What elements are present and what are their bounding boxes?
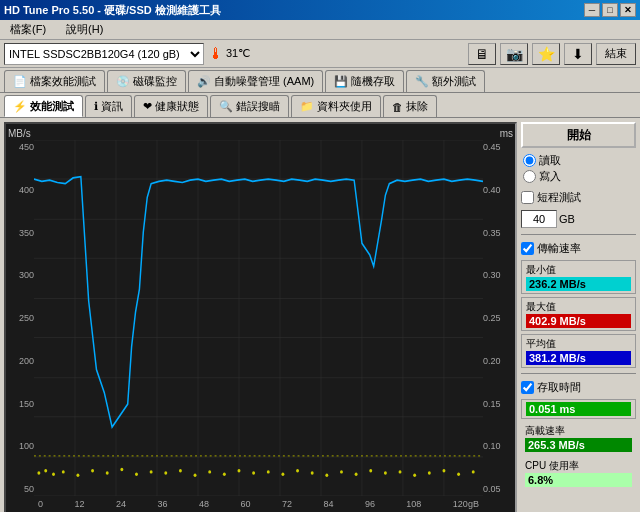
svg-point-37: [267, 470, 270, 473]
restore-btn[interactable]: □: [602, 3, 618, 17]
svg-point-36: [252, 471, 255, 474]
access-checkbox[interactable]: [521, 381, 534, 394]
y-tick-50: 50: [6, 484, 34, 494]
menu-help[interactable]: 說明(H): [60, 20, 109, 39]
y-tick-ms-035: 0.35: [483, 228, 515, 238]
y-tick-ms-010: 0.10: [483, 441, 515, 451]
max-label: 最大值: [526, 300, 631, 314]
svg-point-35: [238, 469, 241, 472]
min-label: 最小值: [526, 263, 631, 277]
tab-perf-icon: ⚡: [13, 100, 27, 113]
svg-point-32: [194, 474, 197, 477]
short-test-input-row: GB: [521, 210, 636, 228]
right-panel: 開始 讀取 寫入 短程測試 GB 傳輸速率 最小值 236.2: [521, 122, 636, 512]
x-tick-24: 24: [116, 499, 126, 509]
y-tick-ms-005: 0.05: [483, 484, 515, 494]
x-tick-60: 60: [240, 499, 250, 509]
tab-disk-monitor[interactable]: 💿 磁碟監控: [107, 70, 186, 92]
y-tick-ms-030: 0.30: [483, 270, 515, 280]
tab-health[interactable]: ❤ 健康狀態: [134, 95, 208, 117]
tab-info[interactable]: ℹ 資訊: [85, 95, 132, 117]
read-label: 讀取: [539, 153, 561, 168]
cpu-section: CPU 使用率 6.8%: [521, 457, 636, 489]
x-tick-84: 84: [323, 499, 333, 509]
min-value: 236.2 MB/s: [526, 277, 631, 291]
tabs-row2: ⚡ 效能測試 ℹ 資訊 ❤ 健康狀態 🔍 錯誤搜瞄 📁 資料夾使用 🗑 抹除: [0, 93, 640, 118]
x-tick-48: 48: [199, 499, 209, 509]
mode-radio-group: 讀取 寫入: [521, 151, 636, 186]
read-radio[interactable]: [523, 154, 536, 167]
access-value: 0.051 ms: [526, 402, 631, 416]
menu-file[interactable]: 檔案(F): [4, 20, 52, 39]
temperature-display: 🌡 31℃: [208, 45, 250, 63]
y-tick-350: 350: [6, 228, 34, 238]
drive-select[interactable]: INTEL SSDSC2BB120G4 (120 gB): [4, 43, 204, 65]
tab-file-perf[interactable]: 📄 檔案效能測試: [4, 70, 105, 92]
tab-extra-test-icon: 🔧: [415, 75, 429, 88]
tab-info-label: 資訊: [101, 99, 123, 114]
icon-btn-4[interactable]: ⬇: [564, 43, 592, 65]
minimize-btn[interactable]: ─: [584, 3, 600, 17]
y-tick-ms-020: 0.20: [483, 356, 515, 366]
burst-value: 265.3 MB/s: [525, 438, 632, 452]
icon-btn-2[interactable]: 📷: [500, 43, 528, 65]
tab-remove-label: 抹除: [406, 99, 428, 114]
tab-perf-test[interactable]: ⚡ 效能測試: [4, 95, 83, 117]
avg-value: 381.2 MB/s: [526, 351, 631, 365]
tab-remove[interactable]: 🗑 抹除: [383, 95, 437, 117]
x-tick-36: 36: [157, 499, 167, 509]
svg-point-41: [325, 474, 328, 477]
tab-perf-label: 效能測試: [30, 99, 74, 114]
svg-point-49: [442, 469, 445, 472]
y-tick-ms-015: 0.15: [483, 399, 515, 409]
chart-container: MB/s ms 450 400 350 300 250 200 150 100 …: [4, 122, 517, 512]
svg-point-44: [369, 469, 372, 472]
short-test-input[interactable]: [521, 210, 557, 228]
y-tick-ms-040: 0.40: [483, 185, 515, 195]
tab-extra-test[interactable]: 🔧 額外測試: [406, 70, 485, 92]
tab-file-perf-icon: 📄: [13, 75, 27, 88]
tab-extra-test-label: 額外測試: [432, 74, 476, 89]
gb-unit: GB: [559, 213, 575, 225]
svg-point-27: [120, 468, 123, 471]
tab-folder-label: 資料夾使用: [317, 99, 372, 114]
performance-chart: [34, 140, 483, 496]
svg-point-38: [281, 472, 284, 475]
y-tick-400: 400: [6, 185, 34, 195]
start-button[interactable]: 開始: [521, 122, 636, 148]
access-section: 0.051 ms: [521, 399, 636, 419]
svg-point-50: [457, 472, 460, 475]
tab-folder[interactable]: 📁 資料夾使用: [291, 95, 381, 117]
thermometer-icon: 🌡: [208, 45, 224, 63]
svg-point-28: [135, 472, 138, 475]
tab-aam-label: 自動噪聲管理 (AAM): [214, 74, 314, 89]
main-area: MB/s ms 450 400 350 300 250 200 150 100 …: [0, 118, 640, 512]
close-btn[interactable]: ✕: [620, 3, 636, 17]
icon-btn-3[interactable]: ⭐: [532, 43, 560, 65]
cpu-label: CPU 使用率: [525, 459, 632, 473]
write-radio[interactable]: [523, 170, 536, 183]
y-tick-450: 450: [6, 142, 34, 152]
svg-point-22: [52, 472, 55, 475]
tab-info-icon: ℹ: [94, 100, 98, 113]
y-tick-300: 300: [6, 270, 34, 280]
tab-error-icon: 🔍: [219, 100, 233, 113]
svg-point-33: [208, 470, 211, 473]
window-title: HD Tune Pro 5.50 - 硬碟/SSD 檢測維護工具: [4, 3, 221, 18]
svg-point-23: [62, 470, 65, 473]
transfer-rate-checkbox[interactable]: [521, 242, 534, 255]
svg-point-31: [179, 469, 182, 472]
svg-point-45: [384, 471, 387, 474]
exit-button[interactable]: 結束: [596, 43, 636, 65]
access-label: 存取時間: [537, 380, 581, 395]
cpu-value: 6.8%: [525, 473, 632, 487]
icon-btn-1[interactable]: 🖥: [468, 43, 496, 65]
transfer-rate-row: 傳輸速率: [521, 241, 636, 256]
tab-aam[interactable]: 🔊 自動噪聲管理 (AAM): [188, 70, 323, 92]
tab-random-save[interactable]: 💾 隨機存取: [325, 70, 404, 92]
svg-point-34: [223, 472, 226, 475]
tab-error[interactable]: 🔍 錯誤搜瞄: [210, 95, 289, 117]
short-test-checkbox[interactable]: [521, 191, 534, 204]
svg-point-30: [164, 471, 167, 474]
x-tick-120: 120gB: [453, 499, 479, 509]
